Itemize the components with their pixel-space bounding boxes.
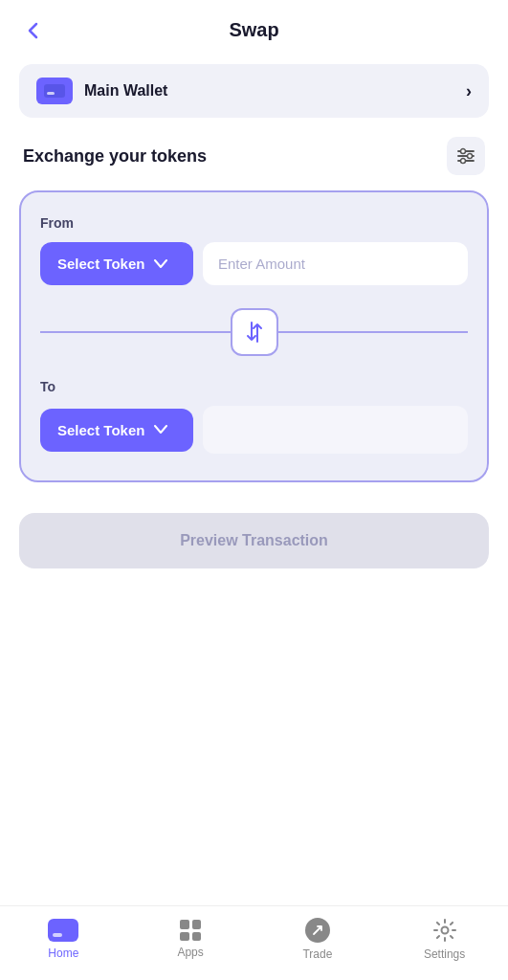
swap-divider <box>40 308 468 356</box>
filter-button[interactable] <box>447 137 485 175</box>
from-select-token-button[interactable]: Select Token <box>40 242 193 285</box>
svg-point-5 <box>461 159 466 164</box>
to-token-label: Select Token <box>57 422 144 438</box>
preview-transaction-button[interactable]: Preview Transaction <box>19 513 489 568</box>
divider-right <box>278 331 469 333</box>
to-amount-display <box>203 406 468 454</box>
nav-home-label: Home <box>48 947 78 960</box>
nav-settings[interactable]: Settings <box>407 918 483 961</box>
svg-point-3 <box>461 149 466 154</box>
swap-card: From Select Token To Select Token <box>19 190 489 482</box>
exchange-header: Exchange your tokens <box>0 137 508 190</box>
wallet-bar[interactable]: Main Wallet › <box>19 64 489 118</box>
page-title: Swap <box>229 19 278 41</box>
nav-apps-label: Apps <box>177 946 203 959</box>
nav-trade-label: Trade <box>302 947 332 961</box>
nav-home[interactable]: Home <box>25 919 101 960</box>
wallet-chevron-icon: › <box>466 81 472 101</box>
to-select-token-button[interactable]: Select Token <box>40 409 193 452</box>
apps-icon <box>180 920 201 941</box>
from-token-label: Select Token <box>57 256 144 272</box>
wallet-icon <box>36 78 73 104</box>
exchange-title: Exchange your tokens <box>23 146 207 167</box>
bottom-nav: Home Apps Trade Setti <box>0 905 508 980</box>
svg-point-4 <box>468 154 473 159</box>
header: Swap <box>0 0 508 56</box>
to-label: To <box>40 379 468 394</box>
home-icon <box>48 919 78 942</box>
wallet-name: Main Wallet <box>84 82 167 100</box>
back-button[interactable] <box>23 20 44 41</box>
nav-trade[interactable]: Trade <box>279 918 356 961</box>
trade-icon <box>305 918 330 943</box>
from-amount-input[interactable] <box>203 242 468 285</box>
swap-direction-button[interactable] <box>231 308 278 356</box>
nav-settings-label: Settings <box>424 947 465 961</box>
nav-apps[interactable]: Apps <box>152 920 229 959</box>
divider-left <box>40 331 231 333</box>
from-label: From <box>40 215 468 231</box>
wallet-left: Main Wallet <box>36 78 167 104</box>
settings-icon <box>432 918 457 943</box>
from-token-row: Select Token <box>40 242 468 285</box>
to-token-row: Select Token <box>40 406 468 454</box>
to-section: To Select Token <box>40 379 468 454</box>
svg-point-6 <box>441 927 448 934</box>
